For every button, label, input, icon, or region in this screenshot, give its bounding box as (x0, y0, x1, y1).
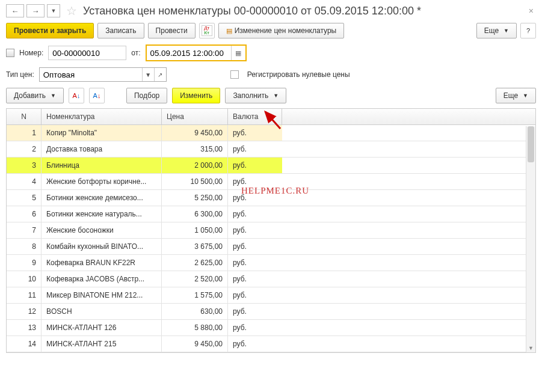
cell-price: 3 675,00 (162, 239, 228, 254)
price-type-input[interactable] (40, 68, 142, 81)
cell-n: 10 (7, 271, 42, 287)
cell-price: 5 250,00 (162, 190, 228, 206)
cell-currency: руб. (228, 125, 282, 141)
post-and-close-button[interactable]: Провести и закрыть (6, 23, 94, 38)
vertical-scrollbar[interactable]: ▲ ▼ (526, 126, 535, 352)
favorite-icon[interactable]: ☆ (66, 4, 77, 18)
table-row[interactable]: 5Ботинки женские демисезо...5 250,00руб. (7, 190, 535, 206)
sort-desc-button[interactable]: A↓ (89, 88, 105, 103)
table-row[interactable]: 6Ботинки женские натураль...6 300,00руб. (7, 206, 535, 222)
cell-n: 11 (7, 287, 42, 303)
table-row[interactable]: 12BOSCH630,00руб. (7, 304, 535, 320)
number-input[interactable] (48, 46, 126, 60)
table-row[interactable]: 9Кофеварка BRAUN KF22R2 625,00руб. (7, 255, 535, 271)
table-row[interactable]: 11Миксер BINATONE HM 212...1 575,00руб. (7, 287, 535, 304)
post-button[interactable]: Провести (148, 23, 196, 38)
table-row[interactable]: 14МИНСК-АТЛАНТ 2159 450,00руб. (7, 336, 535, 352)
cell-n: 5 (7, 190, 42, 206)
combo-open-button[interactable]: ↗ (154, 68, 166, 81)
col-header-n[interactable]: N (7, 109, 42, 124)
cell-n: 12 (7, 304, 42, 319)
document-lines-icon: ▤ (226, 27, 232, 35)
date-input[interactable] (147, 46, 231, 60)
cell-nomenclature: Женские босоножки (42, 222, 162, 238)
chevron-down-icon: ▼ (51, 93, 56, 99)
table-row[interactable]: 3Блинница2 000,00руб. (7, 158, 535, 174)
nav-dropdown-button[interactable]: ▼ (47, 4, 60, 17)
cell-currency: руб. (228, 287, 282, 303)
col-header-currency[interactable]: Валюта (228, 109, 282, 124)
scroll-thumb[interactable] (528, 126, 534, 162)
chevron-down-icon: ▼ (523, 93, 528, 99)
register-zero-checkbox[interactable] (230, 70, 239, 79)
scroll-down-icon[interactable]: ▼ (526, 344, 535, 352)
cell-currency: руб. (228, 320, 282, 335)
cell-nomenclature: Блинница (42, 158, 162, 173)
cell-currency: руб. (228, 255, 282, 271)
cell-price: 10 500,00 (162, 174, 228, 189)
table-header: N Номенклатура Цена Валюта (7, 109, 535, 125)
cell-currency: руб. (228, 190, 282, 206)
col-header-price[interactable]: Цена (162, 109, 228, 124)
cell-nomenclature: Миксер BINATONE HM 212... (42, 287, 162, 303)
cell-n: 4 (7, 174, 42, 189)
sort-asc-button[interactable]: A↓ (69, 88, 84, 103)
cell-price: 1 575,00 (162, 287, 228, 303)
col-header-nomenclature[interactable]: Номенклатура (42, 109, 162, 124)
cell-n: 7 (7, 222, 42, 238)
cell-n: 9 (7, 255, 42, 271)
cell-price: 6 300,00 (162, 206, 228, 222)
cell-price: 630,00 (162, 304, 228, 319)
price-change-report-button[interactable]: ▤ Изменение цен номенклатуры (218, 23, 345, 38)
price-type-combo[interactable]: ▼ ↗ (39, 67, 167, 82)
table-more-button[interactable]: Еще▼ (496, 88, 536, 103)
close-button[interactable]: × (526, 6, 536, 16)
debit-credit-button[interactable]: ДтКт (199, 23, 215, 38)
debit-credit-icon: ДтКт (202, 25, 212, 36)
help-button[interactable]: ? (520, 23, 536, 38)
cell-n: 1 (7, 125, 42, 141)
fill-button[interactable]: Заполнить▼ (225, 88, 286, 103)
nav-forward-button[interactable]: → (26, 4, 45, 17)
nav-back-button[interactable]: ← (6, 4, 24, 17)
cell-n: 6 (7, 206, 42, 222)
cell-currency: руб. (228, 239, 282, 254)
cell-nomenclature: Доставка товара (42, 141, 162, 157)
cell-currency: руб. (228, 336, 282, 352)
cell-nomenclature: Копир "Minolta" (42, 125, 162, 141)
cell-price: 2 625,00 (162, 255, 228, 271)
save-button[interactable]: Записать (97, 23, 144, 38)
add-button[interactable]: Добавить▼ (6, 88, 64, 103)
table-row[interactable]: 4Женские ботфорты коричне...10 500,00руб… (7, 174, 535, 190)
cell-nomenclature: МИНСК-АТЛАНТ 126 (42, 320, 162, 335)
price-table: N Номенклатура Цена Валюта 1Копир "Minol… (6, 108, 536, 353)
table-row[interactable]: 8Комбайн кухонный BINATO...3 675,00руб. (7, 239, 535, 255)
cell-currency: руб. (228, 206, 282, 222)
date-picker-button[interactable]: ▦ (231, 46, 245, 60)
cell-price: 1 050,00 (162, 222, 228, 238)
calendar-icon (6, 49, 14, 57)
combo-dropdown-button[interactable]: ▼ (142, 68, 154, 81)
cell-currency: руб. (228, 141, 282, 157)
cell-n: 2 (7, 141, 42, 157)
change-button[interactable]: Изменить (172, 88, 220, 103)
more-button[interactable]: Еще▼ (476, 23, 517, 38)
price-type-label: Тип цен: (6, 70, 34, 79)
cell-n: 8 (7, 239, 42, 254)
table-row[interactable]: 7Женские босоножки1 050,00руб. (7, 222, 535, 239)
table-row[interactable]: 1Копир "Minolta"9 450,00руб. (7, 125, 535, 141)
table-row[interactable]: 2Доставка товара315,00руб. (7, 141, 535, 158)
select-button[interactable]: Подбор (126, 88, 167, 103)
from-label: от: (131, 49, 140, 57)
page-title: Установка цен номенклатуры 00-00000010 о… (83, 5, 524, 17)
cell-price: 2 000,00 (162, 158, 228, 173)
cell-nomenclature: Комбайн кухонный BINATO... (42, 239, 162, 254)
cell-n: 13 (7, 320, 42, 335)
cell-price: 9 450,00 (162, 125, 228, 141)
cell-currency: руб. (228, 222, 282, 238)
table-row[interactable]: 10Кофеварка JACOBS (Австр...2 520,00руб. (7, 271, 535, 287)
cell-nomenclature: Ботинки женские демисезо... (42, 190, 162, 206)
table-row[interactable]: 13МИНСК-АТЛАНТ 1265 880,00руб. (7, 320, 535, 336)
cell-nomenclature: МИНСК-АТЛАНТ 215 (42, 336, 162, 352)
chevron-down-icon: ▼ (273, 93, 279, 99)
